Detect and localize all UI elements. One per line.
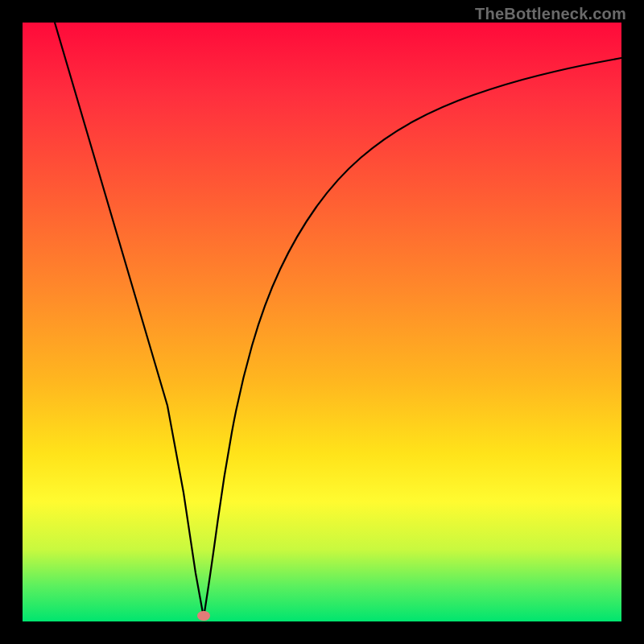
chart-frame: TheBottleneck.com: [0, 0, 644, 644]
curve-layer: [23, 23, 621, 621]
curve-left: [55, 23, 204, 617]
min-marker: [197, 611, 210, 621]
curve-right: [204, 58, 621, 617]
watermark-text: TheBottleneck.com: [475, 5, 626, 23]
